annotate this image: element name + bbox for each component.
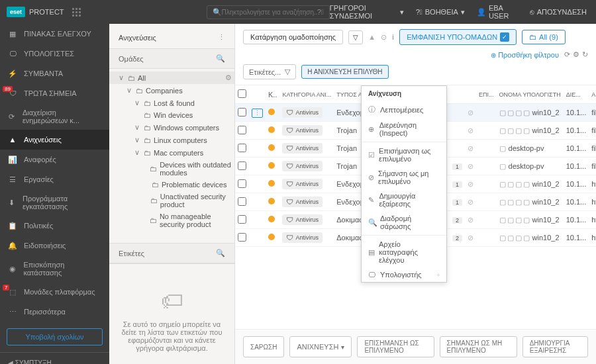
detection-button[interactable]: ΑΝΙΧΝΕΥΣΗ ▾	[289, 336, 352, 357]
tree-node[interactable]: 🗀Win devices	[109, 109, 234, 121]
context-menu-item[interactable]: 🖵Υπολογιστής◦	[362, 267, 446, 282]
computer-icons: ▢▢▢▢	[499, 126, 530, 135]
refresh-icon[interactable]: ↻	[582, 50, 588, 59]
row-checkbox[interactable]	[238, 215, 246, 224]
row-menu-icon[interactable]: ⋮	[252, 109, 263, 118]
computer-icons: ▢▢▢▢	[499, 180, 530, 189]
context-menu-item[interactable]: ✎Δημιουργία εξαίρεσης	[362, 189, 446, 211]
sidebar-item-1[interactable]: 🖵ΥΠΟΛΟΓΙΣΤΕΣ	[0, 44, 109, 64]
col-object[interactable]: ΑΝ...	[589, 85, 596, 104]
tree-node-all[interactable]: ∨ 🗀 All ⚙	[109, 71, 234, 84]
alert-icon[interactable]: ⊙	[381, 33, 387, 42]
gear-icon[interactable]: ⚙	[573, 50, 579, 59]
user-menu[interactable]: 👤 EBA USER	[477, 4, 518, 20]
col-epi[interactable]: ΕΠΙ...	[476, 85, 497, 104]
row-checkbox[interactable]	[238, 233, 246, 242]
tree-node[interactable]: 🗀No manageable security product	[109, 210, 234, 230]
col-computer[interactable]: ΟΝΟΜΑ ΥΠΟΛΟΓΙΣΤΗ	[497, 85, 564, 104]
row-checkbox[interactable]	[238, 144, 246, 152]
quick-links[interactable]: ΓΡΗΓΟΡΟΙ ΣΥΝΔΕΣΜΟΙ ▾	[330, 4, 404, 20]
col-ip[interactable]: ΔΙΕ...	[564, 85, 589, 104]
sidebar-item-7[interactable]: ☰Εργασίες	[0, 169, 109, 189]
dropdown-button[interactable]: ▽	[348, 30, 363, 44]
help-icon[interactable]: ?⃝	[317, 8, 324, 16]
mark-resolved-button[interactable]: ΕΠΙΣΗΜΑΝΣΗ ΩΣ ΕΠΙΛΥΜΕΝΟ	[357, 336, 434, 357]
tree-node[interactable]: ∨🗀Windows computers	[109, 121, 234, 134]
folder-icon: 🗀	[150, 197, 158, 205]
row-checkbox[interactable]	[238, 108, 246, 116]
context-menu-item[interactable]: ⊘Σήμανση ως μη επιλυμένο	[362, 166, 446, 189]
check-icon: ✓	[500, 32, 509, 42]
sidebar-item-2[interactable]: ⚡ΣΥΜΒΑΝΤΑ	[0, 64, 109, 83]
context-menu-item[interactable]: ▤Αρχείο καταγραφής ελέγχου	[362, 237, 446, 267]
sidebar-item-3[interactable]: 89🛡ΤΡΩΤΑ ΣΗΜΕΙΑ	[0, 83, 109, 103]
active-filter-chip[interactable]: Η ΑΝΙΧΝΕΥΣΗ ΕΠΙΛΥΘΗ	[301, 65, 388, 79]
nav-icon: ⟳	[8, 112, 16, 121]
shield-icon: 🛡	[286, 180, 293, 188]
sidebar-item-12[interactable]: 7⬚Μονάδες πλατφόρμας	[0, 282, 109, 302]
context-menu-item[interactable]: ☑Επισήμανση ως επιλυμένο	[362, 144, 446, 166]
sidebar-item-4[interactable]: ⟳Διαχείριση ενημερώσεων κ...	[0, 103, 109, 130]
row-checkbox[interactable]	[238, 126, 246, 134]
context-menu-item[interactable]: 🔍Διαδρομή σάρωσης	[362, 211, 446, 234]
sidebar-item-13[interactable]: ⋯Περισσότερα	[0, 302, 109, 322]
chevron-down-icon: ∨	[119, 73, 125, 82]
scan-button[interactable]: ΣΑΡΩΣΗ	[243, 336, 284, 357]
tree-node[interactable]: 🗀Unactivated security product	[109, 191, 234, 210]
tags-selector[interactable]: Ετικέτες... ▽	[243, 64, 296, 79]
collapse-button[interactable]: ◀ ΣΥΜΠΤΥΞΗ	[0, 352, 109, 364]
folder-icon: 🗀	[144, 136, 151, 144]
shield-icon: 🛡	[286, 198, 293, 206]
search-icon[interactable]: 🔍	[216, 249, 225, 257]
create-exclusion-button[interactable]: ΔΗΜΙΟΥΡΓΙΑ ΕΞΑΙΡΕΣΗΣ	[522, 336, 588, 357]
shield-icon: 🛡	[286, 144, 293, 152]
sidebar-item-8[interactable]: ⬇Προγράμματα εγκατάστασης	[0, 189, 109, 216]
nav-icon: ▲	[8, 135, 17, 144]
search-icon[interactable]: 🔍	[216, 54, 225, 63]
sidebar-item-11[interactable]: ◉Επισκόπηση κατάστασης	[0, 255, 109, 282]
all-filter-button[interactable]: 🗀 All (9)	[522, 30, 566, 44]
category-chip: 🛡Antivirus	[282, 197, 323, 207]
sidebar-item-6[interactable]: 📊Αναφορές	[0, 150, 109, 169]
sidebar-item-0[interactable]: ▦ΠΙΝΑΚΑΣ ΕΛΕΓΧΟΥ	[0, 24, 109, 44]
search-input[interactable]: 🔍 ?⃝	[207, 5, 330, 19]
sidebar-item-5[interactable]: ▲Ανιχνεύσεις	[0, 130, 109, 150]
ungroup-button[interactable]: Κατάργηση ομαδοποίησης	[243, 30, 343, 44]
sidebar-item-9[interactable]: 📋Πολιτικές	[0, 216, 109, 236]
info-icon[interactable]: i	[392, 33, 394, 41]
tree-node[interactable]: ∨🗀Linux computers	[109, 134, 234, 146]
shield-icon: 🛡	[286, 234, 293, 242]
submit-feedback-button[interactable]: Υποβολή σχολίων	[7, 328, 103, 345]
tree-node[interactable]: ∨🗀Lost & found	[109, 97, 234, 109]
row-checkbox[interactable]	[238, 197, 246, 206]
context-menu-item[interactable]: ⊕Διερεύνηση (Inspect)	[362, 118, 446, 140]
computer-icons: ▢▢▢▢	[499, 234, 530, 242]
tags-empty-text: Σε αυτό το σημείο μπορείτε να δείτε τη λ…	[121, 320, 223, 352]
tree-node[interactable]: ∨🗀Mac computers	[109, 146, 234, 159]
help-menu[interactable]: ?⃝ ΒΟΗΘΕΙΑ ▾	[416, 8, 465, 17]
nav-icon: ⬚	[8, 287, 17, 296]
context-menu-item[interactable]: ⓘΛεπτομέρειες	[362, 101, 446, 118]
preset-icon[interactable]: ⟳	[564, 50, 570, 59]
brand-logo: eset	[7, 7, 25, 17]
tree-node[interactable]: 🗀Devices with outdated modules	[109, 159, 234, 179]
severity-dot	[268, 109, 275, 115]
apps-icon[interactable]	[72, 8, 81, 17]
add-filter-button[interactable]: ⊕ Προσθήκη φίλτρου	[491, 51, 559, 59]
chevron-icon: ∨	[126, 86, 133, 95]
logout-button[interactable]: ⎋ ΑΠΟΣΥΝΔΕΣΗ	[530, 8, 587, 16]
more-icon[interactable]: ⋮	[218, 33, 225, 42]
gear-icon[interactable]: ⚙	[225, 73, 232, 82]
tree-node[interactable]: 🗀Problematic devices	[109, 179, 234, 191]
warning-icon[interactable]: ▲	[368, 33, 375, 41]
nav-icon: 📋	[8, 221, 17, 230]
col-severity[interactable]: Κ..	[266, 85, 279, 104]
sidebar-item-10[interactable]: 🔔Ειδοποιήσεις	[0, 236, 109, 255]
show-subgroups-toggle[interactable]: ΕΜΦΑΝΙΣΗ ΥΠΟ-ΟΜΑΔΩΝ ✓	[399, 29, 517, 45]
row-checkbox[interactable]	[238, 161, 246, 170]
tree-node[interactable]: ∨🗀Companies	[109, 84, 234, 97]
mark-unresolved-button[interactable]: ΣΗΜΑΝΣΗ ΩΣ ΜΗ ΕΠΙΛΥΜΕΝΟ	[440, 336, 517, 357]
row-checkbox[interactable]	[238, 179, 246, 188]
col-category[interactable]: ΚΑΤΗΓΟΡΙΑ ΑΝΙ...	[279, 85, 334, 104]
select-all-checkbox[interactable]	[238, 89, 246, 98]
